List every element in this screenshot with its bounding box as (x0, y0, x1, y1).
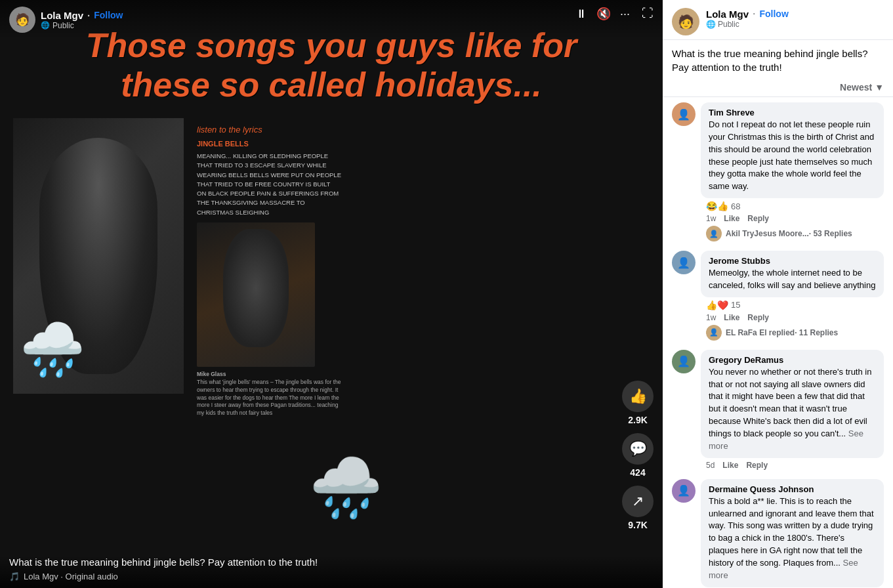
sort-chevron-icon: ▼ (875, 82, 884, 93)
table-row: 👤 Tim Shreve Do not I repeat do not let … (672, 102, 884, 242)
lyrics-list: JINGLE BELLS MEANING... KILLING OR SLEDH… (197, 138, 341, 217)
like-button[interactable]: 👍 (622, 381, 654, 412)
poster-name: Lola Mgv (706, 9, 749, 20)
comments-count: 424 (630, 467, 645, 478)
reply-button-comment[interactable]: Reply (747, 313, 769, 322)
comments-header: 🧑 Lola Mgv · Follow 🌐 Public (663, 0, 893, 40)
sort-label: Newest (840, 82, 872, 93)
poster-avatar-large: 🧑 (672, 8, 699, 35)
replies-link[interactable]: EL RaFa El replied· 11 Replies (726, 328, 838, 337)
comment-meta: 1w Like Reply (701, 214, 884, 223)
header-dot-sep: · (87, 10, 90, 21)
music-icon: 🎵 (9, 572, 20, 581)
comment-meta: 5d Like Reply (701, 461, 884, 470)
poster-privacy: 🌐 Public (706, 20, 789, 29)
reaction-emojis: 👍❤️ (706, 300, 728, 310)
mike-glass-caption: Mike Glass This what 'jingle bells' mean… (197, 371, 341, 417)
comment-author: Tim Shreve (709, 108, 876, 117)
inset-caption-text: This what 'jingle bells' means – The jin… (197, 379, 341, 417)
comment-text: You never no whether or not there's trut… (709, 366, 876, 453)
comment-body: Dermaine Quess Johnson This a bold a** l… (701, 479, 884, 588)
reaction-emojis: 😂👍 (706, 201, 728, 211)
lyrics-text: MEANING... KILLING OR SLEDHING PEOPLE TH… (197, 152, 341, 217)
comment-avatar: 👤 (672, 251, 696, 274)
comment-meta: 1w Like Reply (701, 313, 884, 322)
pause-icon[interactable]: ⏸ (575, 7, 587, 21)
shares-count: 9.7K (628, 520, 648, 530)
comment-author: Gregory DeRamus (709, 355, 876, 365)
action-buttons: 👍 2.9K 💬 424 ↗ 9.7K (622, 381, 654, 536)
comment-bubble: Dermaine Quess Johnson This a bold a** l… (701, 479, 884, 587)
reaction-count: 15 (731, 300, 740, 310)
comment-bubble: Tim Shreve Do not I repeat do not let th… (701, 102, 884, 198)
share-button[interactable]: ↗ (622, 486, 654, 517)
video-content: Those songs you guys like for these so c… (0, 0, 663, 588)
video-header-info: Lola Mgv · Follow 🌐 Public (41, 10, 654, 30)
poster-name-label: Lola Mgv (41, 10, 83, 21)
like-button-comment[interactable]: Like (724, 313, 739, 322)
video-controls: ⏸ 🔇 ··· (575, 7, 630, 21)
follow-button-right[interactable]: Follow (759, 9, 788, 19)
globe-icon: 🌐 (41, 21, 50, 30)
sort-button[interactable]: Newest ▼ (840, 82, 884, 93)
reaction-count: 68 (731, 201, 740, 211)
table-row: 👤 Gregory DeRamus You never no whether o… (672, 350, 884, 470)
comments-list: 👤 Tim Shreve Do not I repeat do not let … (663, 97, 893, 588)
follow-button[interactable]: Follow (94, 10, 123, 20)
slide-background: Those songs you guys like for these so c… (0, 0, 663, 588)
like-button-comment[interactable]: Like (722, 461, 738, 470)
reply-button-comment[interactable]: Reply (747, 214, 769, 223)
poster-avatar: 🧑 (9, 7, 35, 33)
globe-icon-right: 🌐 (706, 20, 716, 29)
reply-button-comment[interactable]: Reply (746, 461, 768, 470)
more-icon[interactable]: ··· (620, 7, 630, 21)
likes-count: 2.9K (628, 415, 648, 425)
jingle-bells-label: JINGLE BELLS (197, 138, 341, 150)
cloud-emoji-left: 🌧️ (20, 319, 85, 381)
comment-author: Dermaine Quess Johnson (709, 484, 876, 494)
poster-name-row: Lola Mgv · Follow (706, 8, 789, 20)
comment-avatar: 👤 (672, 102, 696, 126)
comment-button[interactable]: 💬 (622, 433, 654, 465)
video-privacy: 🌐 Public (41, 21, 654, 30)
comment-body: Gregory DeRamus You never no whether or … (701, 350, 884, 470)
comment-text: This a bold a** lie. This is to reach th… (709, 495, 876, 582)
cloud-overlay: 🌧️ (309, 453, 383, 522)
reply-avatar: 👤 (706, 226, 722, 242)
sort-row: Newest ▼ (663, 78, 893, 97)
comment-body: Jerome Stubbs Memeolgy, the whole intern… (701, 251, 884, 341)
comments-panel: 🧑 Lola Mgv · Follow 🌐 Public What is the… (663, 0, 893, 588)
reaction-row: 😂👍 68 (701, 201, 884, 211)
table-row: 👤 Dermaine Quess Johnson This a bold a**… (672, 479, 884, 588)
table-row: 👤 Jerome Stubbs Memeolgy, the whole inte… (672, 251, 884, 341)
poster-info: Lola Mgv · Follow 🌐 Public (706, 8, 789, 29)
inset-image (197, 222, 315, 367)
video-bottom: What is the true meaning behind jingle b… (0, 555, 663, 588)
replies-link[interactable]: Akil TryJesus Moore...· 53 Replies (726, 229, 852, 238)
comment-time: 5d (706, 461, 715, 470)
comment-text: Do not I repeat do not let these people … (709, 119, 876, 193)
comment-body: Tim Shreve Do not I repeat do not let th… (701, 102, 884, 242)
comment-time: 1w (706, 313, 716, 322)
audio-label: Lola Mgv · Original audio (24, 572, 118, 581)
comment-time: 1w (706, 214, 716, 223)
video-audio-line: 🎵 Lola Mgv · Original audio (9, 572, 654, 581)
expand-icon[interactable]: ⛶ (642, 7, 654, 20)
slide-text-box: listen to the lyrics JINGLE BELLS MEANIN… (184, 118, 650, 588)
comment-bubble: Jerome Stubbs Memeolgy, the whole intern… (701, 251, 884, 297)
slide-image-area: 🌧️ (13, 118, 184, 394)
comment-avatar: 👤 (672, 350, 696, 373)
post-text: What is the true meaning behind jingle b… (672, 47, 884, 74)
comment-text: Memeolgy, the whole internet need to be … (709, 267, 876, 292)
listen-label: listen to the lyrics (197, 125, 636, 135)
comment-avatar: 👤 (672, 479, 696, 503)
like-button-comment[interactable]: Like (724, 214, 739, 223)
video-header-name: Lola Mgv · Follow (41, 10, 654, 21)
video-panel: 🧑 Lola Mgv · Follow 🌐 Public ⏸ 🔇 ··· ⛶ T… (0, 0, 663, 588)
comment-author: Jerome Stubbs (709, 256, 876, 266)
video-header: 🧑 Lola Mgv · Follow 🌐 Public (0, 0, 663, 39)
replies-row: 👤 EL RaFa El replied· 11 Replies (701, 325, 884, 341)
mute-icon[interactable]: 🔇 (596, 7, 611, 21)
reply-avatar: 👤 (706, 325, 722, 341)
poster-row: 🧑 Lola Mgv · Follow 🌐 Public (672, 8, 884, 35)
